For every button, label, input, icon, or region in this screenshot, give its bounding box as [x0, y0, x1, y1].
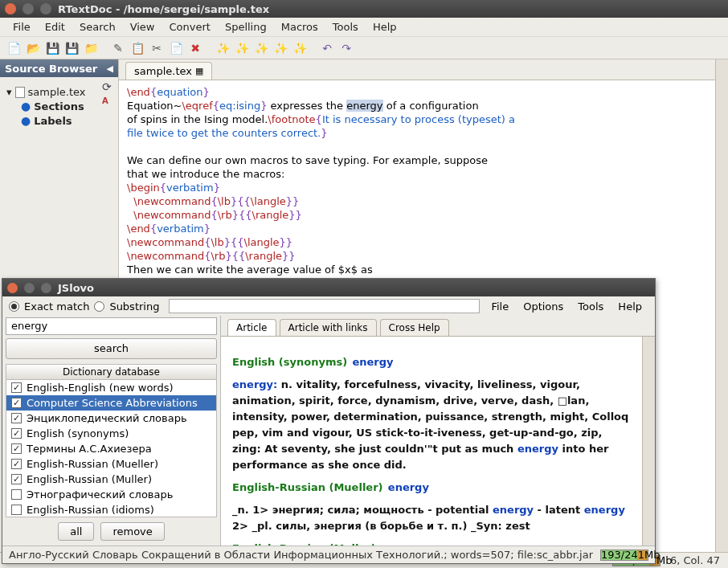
search-input[interactable]: energy — [6, 317, 217, 335]
save-all-icon[interactable]: 💾 — [63, 39, 80, 57]
source-browser-header: Source Browser ◀ — [0, 59, 118, 77]
checkbox-icon[interactable] — [11, 474, 22, 484]
checkbox-icon[interactable] — [11, 382, 22, 393]
editor-scrollbar[interactable] — [715, 59, 728, 552]
menu-file[interactable]: File — [6, 18, 37, 35]
db-row[interactable]: Энциклопедический словарь — [6, 411, 216, 426]
menu-edit[interactable]: Edit — [39, 18, 72, 35]
menu-search[interactable]: Search — [73, 18, 122, 35]
redo-icon[interactable]: ↷ — [337, 39, 355, 57]
source-browser-title: Source Browser — [5, 63, 97, 75]
remove-button[interactable]: remove — [100, 522, 164, 541]
menu-convert[interactable]: Convert — [162, 18, 216, 35]
menu-spelling[interactable]: Spelling — [219, 18, 273, 35]
jslovo-topbar: Exact match Substring File Options Tools… — [2, 296, 655, 316]
file-icon — [15, 87, 25, 98]
editor-body[interactable]: \end{equation} Equation~\eqref{eq:ising}… — [119, 80, 715, 281]
radio-exact-match[interactable] — [9, 301, 19, 312]
tab-article-links[interactable]: Article with links — [280, 319, 377, 336]
checkbox-icon[interactable] — [11, 413, 22, 423]
copy-icon[interactable]: 📋 — [129, 39, 146, 57]
db-list-header: Dictionary database — [6, 364, 217, 380]
checkbox-icon[interactable] — [11, 398, 22, 408]
article-view[interactable]: English (synonyms) energy energy: n. vit… — [221, 337, 642, 546]
checkbox-icon[interactable] — [11, 428, 22, 439]
article-paragraph: _n. 1> энергия; сила; мощность - potenti… — [232, 502, 631, 534]
db-row[interactable]: Computer Science Abbreviations — [6, 395, 216, 411]
jslovo-titlebar: JSlovo — [2, 279, 655, 296]
memory-usage: 193/241Mb — [600, 550, 648, 561]
folder-icon[interactable]: 📁 — [82, 39, 100, 57]
cut-icon[interactable]: ✂ — [148, 39, 166, 57]
jslovo-left-panel: energy search Dictionary database Englis… — [2, 316, 221, 546]
tree-node-labels[interactable]: ● Labels — [21, 113, 92, 128]
open-folder-icon[interactable]: 📂 — [24, 39, 42, 57]
tab-cross-help[interactable]: Cross Help — [380, 319, 449, 336]
pencil-icon[interactable]: ✎ — [109, 39, 127, 57]
new-file-icon[interactable]: 📄 — [5, 39, 22, 57]
main-toolbar: 📄 📂 💾 💾 📁 ✎ 📋 ✂ 📄 ✖ ✨ ✨ ✨ ✨ ✨ ↶ ↷ — [0, 37, 728, 59]
db-row-label: English-Russian (Mueller) — [27, 458, 158, 470]
delete-icon[interactable]: ✖ — [186, 39, 204, 57]
tree-file-row[interactable]: ▾ sample.tex — [6, 85, 92, 99]
menu-file[interactable]: File — [485, 298, 515, 315]
az-sort-icon[interactable]: A — [102, 96, 115, 109]
minimize-icon[interactable] — [24, 283, 35, 293]
menu-help[interactable]: Help — [611, 298, 648, 315]
menu-macros[interactable]: Macros — [275, 18, 325, 35]
db-row[interactable]: English-Russian (idioms) — [6, 502, 216, 517]
wand-icon[interactable]: ✨ — [214, 39, 231, 57]
article-heading: English-Russian (Muller) energy — [232, 539, 631, 546]
jslovo-window: JSlovo Exact match Substring File Option… — [2, 278, 656, 564]
jslovo-title: JSlovo — [58, 282, 94, 294]
tree-expand-icon[interactable]: ▾ — [6, 86, 12, 98]
wand-icon[interactable]: ✨ — [252, 39, 270, 57]
panel-collapse-icon[interactable]: ◀ — [107, 63, 113, 74]
db-row[interactable]: Термины А.С.Ахиезера — [6, 441, 216, 456]
jslovo-main: energy search Dictionary database Englis… — [2, 316, 655, 546]
tree-node-sections[interactable]: ● Sections — [21, 99, 92, 113]
maximize-icon[interactable] — [40, 3, 51, 14]
paste-icon[interactable]: 📄 — [167, 39, 185, 57]
article-scrollbar[interactable] — [642, 337, 655, 546]
wand-icon[interactable]: ✨ — [272, 39, 289, 57]
search-button[interactable]: search — [6, 338, 217, 359]
maximize-icon[interactable] — [41, 283, 51, 293]
db-row-label: Термины А.С.Ахиезера — [27, 443, 152, 455]
window-title: RTextDoc - /home/sergei/sample.tex — [58, 3, 269, 15]
db-row[interactable]: Этнографический словарь — [6, 487, 216, 502]
undo-icon[interactable]: ↶ — [318, 39, 336, 57]
radio-substring[interactable] — [94, 301, 104, 312]
db-row[interactable]: English-Russian (Muller) — [6, 472, 216, 487]
file-tab-label: sample.tex — [134, 65, 192, 77]
tab-file-icon: ▦ — [195, 66, 203, 76]
db-row-label: English-English (new words) — [27, 382, 174, 394]
checkbox-icon[interactable] — [11, 505, 22, 515]
db-list: English-English (new words)Computer Scie… — [6, 380, 217, 517]
jslovo-statusbar: Англо-Русский Словарь Сокращений в Облас… — [2, 546, 655, 563]
source-browser-tree: ▾ sample.tex ● Sections ● Labels — [0, 77, 99, 136]
checkbox-icon[interactable] — [11, 489, 22, 500]
save-icon[interactable]: 💾 — [43, 39, 61, 57]
close-icon[interactable] — [7, 283, 18, 293]
checkbox-icon[interactable] — [11, 443, 22, 454]
wand-icon[interactable]: ✨ — [233, 39, 251, 57]
refresh-icon[interactable]: ⟳ — [102, 80, 115, 93]
db-row[interactable]: English-English (new words) — [6, 380, 216, 395]
wand-icon[interactable]: ✨ — [291, 39, 309, 57]
minimize-icon[interactable] — [22, 3, 34, 14]
all-button[interactable]: all — [58, 522, 94, 541]
menu-options[interactable]: Options — [517, 298, 570, 315]
checkbox-icon[interactable] — [11, 459, 22, 469]
menu-tools[interactable]: Tools — [326, 18, 365, 35]
db-row[interactable]: English (synonyms) — [6, 426, 216, 441]
top-search-field[interactable] — [169, 299, 480, 313]
file-tab[interactable]: sample.tex ▦ — [125, 62, 212, 80]
menu-view[interactable]: View — [124, 18, 162, 35]
menu-tools[interactable]: Tools — [571, 298, 610, 315]
db-row[interactable]: English-Russian (Mueller) — [6, 456, 216, 472]
db-row-label: English-Russian (Muller) — [27, 473, 152, 485]
tab-article[interactable]: Article — [227, 319, 276, 336]
close-icon[interactable] — [5, 3, 16, 14]
menu-help[interactable]: Help — [366, 18, 403, 35]
